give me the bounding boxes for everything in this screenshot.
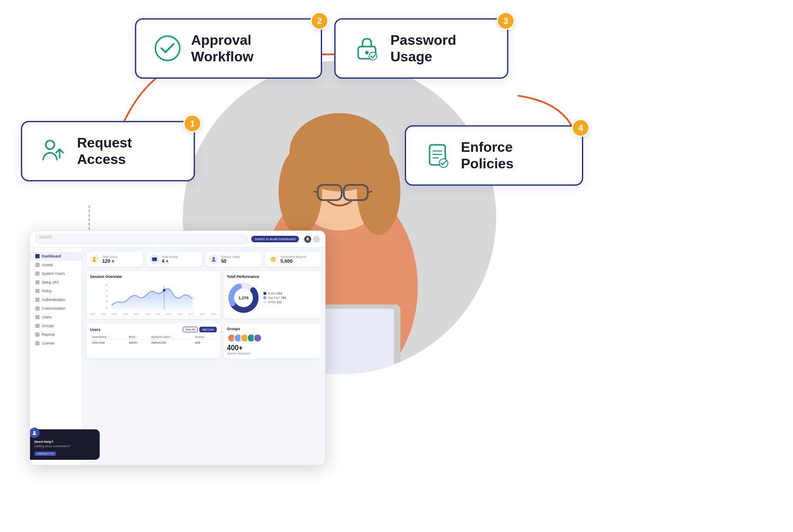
card-approval-workflow: Approval Workflow 2	[135, 18, 322, 79]
approval-workflow-title: Approval Workflow	[191, 32, 253, 65]
total-assets-icon	[150, 254, 159, 264]
sidebar-item-assets[interactable]: Assets	[30, 261, 82, 269]
chat-avatar	[30, 428, 40, 438]
card-request-access: Request Access 1	[21, 121, 195, 181]
sidebar-item-authentication[interactable]: Authentication	[30, 295, 82, 304]
password-usage-title: Password Usage	[390, 32, 456, 65]
svg-point-18	[46, 141, 54, 149]
system-users-icon	[209, 254, 218, 264]
bottom-row: Users View All Add User Username ↕ Role …	[87, 323, 321, 358]
svg-text:2k: 2k	[105, 301, 108, 303]
approval-workflow-icon	[152, 33, 183, 64]
svg-text:5k: 5k	[105, 284, 108, 286]
sidebar-item-system-users[interactable]: System Users	[30, 269, 82, 278]
line-chart-svg: 5k 4k 3k 2k 1k	[90, 281, 217, 312]
enforce-policies-icon	[422, 140, 453, 171]
stats-row: Total Users 120 + Total Assets 4 +	[87, 252, 321, 267]
sidebar-item-dashboard[interactable]: Dashboard ↑	[30, 252, 82, 261]
edit-user-link[interactable]: Edit	[193, 340, 217, 346]
svg-text:1k: 1k	[105, 306, 108, 309]
dashboard-screenshot: Search Switch to Audit Dashboard 🔔 Dashb…	[30, 231, 326, 465]
password-usage-icon	[351, 33, 383, 64]
svg-text:4k: 4k	[105, 289, 108, 292]
contact-us-button[interactable]: CONTACT US	[34, 452, 56, 456]
request-access-title: Request Access	[77, 134, 132, 168]
generated-reports-icon: ★	[269, 254, 278, 264]
stat-system-users: System Users 50	[205, 252, 262, 267]
groups-avatars	[227, 334, 318, 342]
svg-line-10	[368, 191, 372, 192]
stat-total-assets: Total Assets 4 +	[146, 252, 202, 267]
sidebar-item-policy[interactable]: Policy	[30, 287, 82, 295]
svg-text:3k: 3k	[105, 295, 108, 298]
session-overview-chart: Session Overview 5k 4k 3k	[87, 271, 220, 319]
step-badge-2: 2	[310, 12, 329, 30]
sidebar-item-customization[interactable]: Customization	[30, 304, 82, 313]
add-user-button[interactable]: Add User	[199, 327, 216, 332]
chat-title: Need Help?	[34, 440, 95, 444]
svg-point-20	[155, 36, 180, 60]
avatar-icon[interactable]	[313, 236, 320, 243]
groups-count: 400+	[227, 344, 318, 352]
legend-sys-perf: Sys Perf. 781	[263, 296, 286, 299]
svg-point-31	[212, 257, 215, 260]
svg-text:★: ★	[272, 258, 274, 261]
svg-text:1,375: 1,375	[238, 296, 248, 300]
dashboard-header: Search Switch to Audit Dashboard 🔔	[30, 231, 325, 248]
step-badge-3: 3	[497, 12, 515, 30]
search-bar[interactable]: Search	[35, 234, 248, 244]
switch-audit-button[interactable]: Switch to Audit Dashboard	[251, 236, 299, 242]
groups-sub-label: System Attributes	[227, 352, 318, 355]
chat-bubble[interactable]: Need Help? Getting stuck somewhere? CONT…	[30, 429, 100, 460]
table-row: John Doe Admin AdminUSA Edit	[90, 340, 217, 346]
legend-active: Active 514	[263, 292, 286, 295]
users-table-card: Users View All Add User Username ↕ Role …	[87, 323, 220, 358]
step-badge-4: 4	[571, 119, 590, 137]
chat-subtitle: Getting stuck somewhere?	[34, 445, 95, 448]
notification-icon[interactable]: 🔔	[304, 236, 311, 243]
svg-rect-30	[152, 258, 157, 261]
card-enforce-policies: Enforce Policies 4	[405, 125, 583, 186]
total-performance-chart: Total Performance 1,375	[224, 271, 321, 319]
donut-chart: 1,375	[227, 281, 260, 314]
total-users-icon	[90, 254, 100, 264]
avatar-5	[253, 334, 262, 342]
svg-point-23	[369, 52, 377, 60]
stat-generated-reports: ★ Generated Reports 5,600	[265, 252, 321, 267]
stat-total-users: Total Users 120 +	[87, 252, 143, 267]
svg-line-9	[313, 191, 318, 192]
charts-row: Session Overview 5k 4k 3k	[87, 271, 321, 319]
enforce-policies-title: Enforce Policies	[461, 139, 514, 172]
sidebar-item-setup-2fa[interactable]: Setup 2FA	[30, 278, 82, 287]
sidebar-item-reports[interactable]: Reports	[30, 330, 82, 339]
svg-point-22	[365, 51, 369, 54]
request-access-icon	[38, 135, 69, 167]
sidebar-item-users[interactable]: Users	[30, 313, 82, 321]
view-all-users-button[interactable]: View All	[183, 327, 198, 332]
svg-point-29	[93, 257, 96, 259]
card-password-usage: Password Usage 3	[334, 18, 508, 79]
legend-vpns: VPNs 121	[263, 301, 286, 304]
sidebar-item-groups[interactable]: Groups	[30, 321, 82, 330]
svg-point-40	[163, 289, 165, 291]
main-scene: Request Access 1 Approval Workflow 2	[0, 0, 793, 532]
users-table: Username ↕ Role ↕ System User ↕ Action J…	[90, 335, 217, 345]
groups-card: Groups 400+ System Attributes	[224, 323, 321, 358]
svg-point-45	[34, 431, 36, 433]
svg-point-5	[357, 148, 400, 235]
sidebar-item-license[interactable]: License	[30, 339, 82, 348]
dashboard-main: Total Users 120 + Total Assets 4 +	[82, 248, 325, 465]
step-badge-1: 1	[183, 114, 202, 133]
